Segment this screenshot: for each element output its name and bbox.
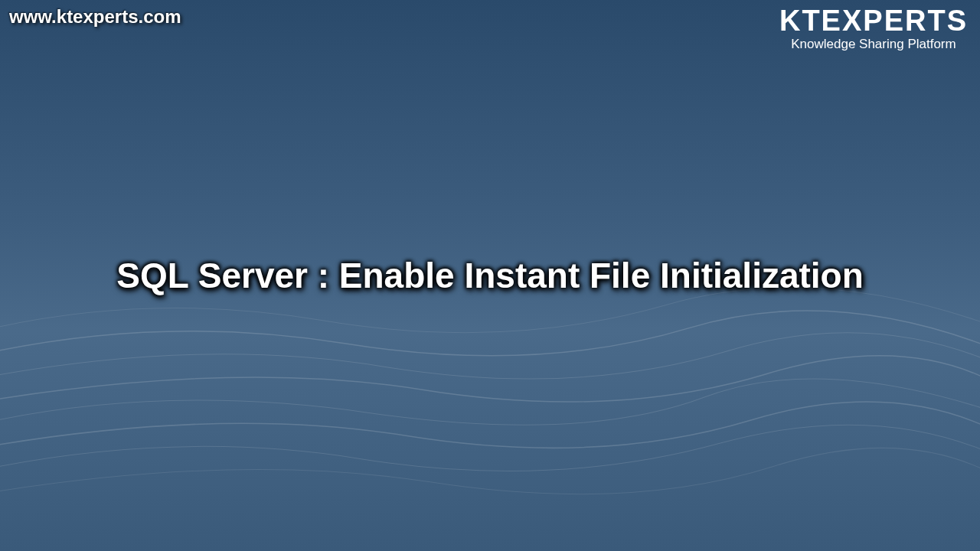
main-title: SQL Server : Enable Instant File Initial… <box>116 255 864 296</box>
brand-container: KTEXPERTS Knowledge Sharing Platform <box>779 6 968 52</box>
website-url: www.ktexperts.com <box>9 6 181 28</box>
brand-tagline: Knowledge Sharing Platform <box>779 37 968 52</box>
brand-name: KTEXPERTS <box>779 6 968 35</box>
